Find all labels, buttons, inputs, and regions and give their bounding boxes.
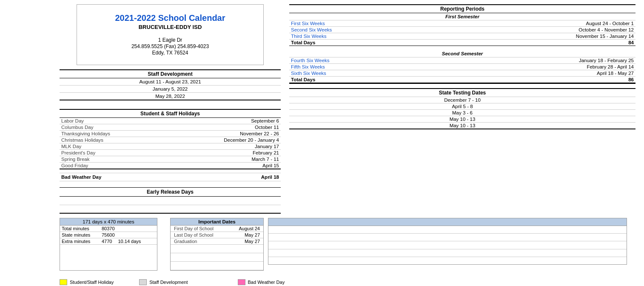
holiday-name-thanksgiving: Thanksgiving Holidays — [61, 131, 110, 136]
school-name: BRUCEVILLE-EDDY ISD — [94, 24, 246, 30]
holiday-name-columbus-day: Columbus Day — [61, 125, 93, 130]
holiday-row-good-friday: Good Friday April 15 — [60, 163, 281, 169]
sixth-six-weeks-dates: April 18 - May 27 — [597, 71, 634, 76]
holiday-row-labor-day: Labor Day September 6 — [60, 118, 281, 124]
state-test-date3: May 3 - 6 — [289, 110, 635, 116]
graduation-date: May 27 — [245, 239, 260, 244]
bottom-right-placeholder — [268, 218, 627, 271]
first-semester-total-value: 84 — [628, 40, 634, 45]
imp-date-row-graduation: Graduation May 27 — [171, 238, 263, 245]
state-testing-title: State Testing Dates — [289, 89, 635, 97]
legend-box-student-holiday — [60, 279, 67, 285]
holiday-name-mlk: MLK Day — [61, 144, 81, 149]
second-semester-total-row: Total Days 86 — [289, 77, 635, 83]
holiday-row-presidents: President's Day February 21 — [60, 150, 281, 156]
reporting-periods-section: Reporting Periods First Semester First S… — [289, 4, 635, 84]
second-six-weeks-dates: October 4 - November 12 — [578, 27, 634, 32]
legend-group-2: Staff Development Reporting Period Begin… — [139, 279, 212, 286]
fourth-six-weeks-row: Fourth Six Weeks January 18 - February 2… — [289, 57, 635, 64]
legend-label-student-holiday: Student/Staff Holiday — [70, 280, 114, 285]
holiday-date-thanksgiving: November 22 - 26 — [240, 131, 279, 136]
imp-date-row-first: First Day of School August 24 — [171, 226, 263, 232]
important-dates-table: Important Dates First Day of School Augu… — [170, 218, 264, 271]
holiday-date-christmas: December 20 - January 4 — [224, 137, 279, 143]
bad-weather-date: April 18 — [261, 174, 279, 180]
first-six-weeks-dates: August 24 - October 1 — [586, 21, 634, 26]
address-line3: Eddy, TX 76524 — [94, 50, 246, 56]
legend-student-holiday: Student/Staff Holiday — [60, 279, 114, 285]
reporting-periods-title: Reporting Periods — [289, 5, 635, 13]
holiday-date-labor-day: September 6 — [251, 118, 279, 123]
legend-box-staff-dev — [139, 279, 147, 285]
state-test-date5: May 10 - 13 — [289, 123, 635, 129]
last-school-date: May 27 — [245, 232, 260, 237]
early-release-title: Early Release Days — [60, 187, 281, 197]
legend-group-1: Student/Staff Holiday Early Release — [60, 279, 114, 286]
minutes-section: 171 days x 470 minutes Total minutes 803… — [60, 218, 157, 271]
page-title: 2021-2022 School Calendar — [94, 13, 246, 23]
address-line2: 254.859.5525 (Fax) 254.859-4023 — [94, 43, 246, 49]
page: 2021-2022 School Calendar BRUCEVILLE-EDD… — [0, 0, 644, 286]
second-six-weeks-label: Second Six Weeks — [291, 27, 332, 32]
staff-dev-title: Staff Development — [60, 69, 281, 78]
holiday-name-labor-day: Labor Day — [61, 118, 84, 123]
minutes-header: 171 days x 470 minutes — [60, 218, 157, 226]
first-six-weeks-label: First Six Weeks — [291, 21, 325, 26]
staff-development-section: Staff Development August 11 - August 23,… — [60, 69, 281, 100]
holiday-row-christmas: Christmas Holidays December 20 - January… — [60, 137, 281, 143]
state-testing-section: State Testing Dates December 7 - 10 Apri… — [289, 88, 635, 129]
minutes-row-state: State minutes 75600 — [60, 232, 157, 238]
legend-label-bad-weather: Bad Weather Day — [248, 280, 285, 285]
minutes-row-total: Total minutes 80370 — [60, 226, 157, 232]
legend-staff-dev: Staff Development — [139, 279, 212, 285]
first-semester-total-label: Total Days — [291, 40, 315, 45]
second-semester-header: Second Semester — [289, 50, 635, 57]
holiday-row-columbus-day: Columbus Day October 11 — [60, 124, 281, 131]
first-school-date: August 24 — [239, 226, 260, 231]
total-minutes-label: Total minutes — [62, 226, 100, 231]
fourth-six-weeks-label: Fourth Six Weeks — [291, 58, 330, 63]
legend-section: Student/Staff Holiday Early Release Staf… — [60, 279, 635, 286]
holiday-row-thanksgiving: Thanksgiving Holidays November 22 - 26 — [60, 131, 281, 137]
staff-dev-date3: May 28, 2022 — [60, 93, 281, 100]
fourth-six-weeks-dates: January 18 - February 25 — [579, 58, 634, 63]
holiday-date-mlk: January 17 — [255, 144, 279, 149]
staff-dev-date2: January 5, 2022 — [60, 86, 281, 93]
address-block: 1 Eagle Dr 254.859.5525 (Fax) 254.859-40… — [94, 37, 246, 56]
fifth-six-weeks-row: Fifth Six Weeks February 28 - April 14 — [289, 64, 635, 70]
second-semester-total-label: Total Days — [291, 77, 315, 82]
minutes-row-extra: Extra minutes 4770 10.14 days — [60, 238, 157, 245]
state-minutes-label: State minutes — [62, 232, 100, 237]
second-semester-total-value: 86 — [628, 77, 634, 82]
imp-date-row-last: Last Day of School May 27 — [171, 232, 263, 238]
legend-box-bad-weather — [238, 279, 245, 285]
second-six-weeks-row: Second Six Weeks October 4 - November 12 — [289, 27, 635, 33]
third-six-weeks-label: Third Six Weeks — [291, 34, 327, 39]
state-test-date1: December 7 - 10 — [289, 97, 635, 103]
third-six-weeks-dates: November 15 - January 14 — [576, 34, 634, 39]
holidays-section: Student & Staff Holidays Labor Day Septe… — [60, 109, 281, 169]
first-semester-header: First Semester — [289, 13, 635, 20]
graduation-label: Graduation — [174, 239, 197, 244]
holiday-date-good-friday: April 15 — [262, 163, 279, 168]
holiday-name-christmas: Christmas Holidays — [61, 137, 103, 143]
important-dates-title: Important Dates — [171, 218, 263, 226]
legend-label-staff-dev: Staff Development — [149, 280, 188, 285]
holiday-date-presidents: February 21 — [253, 150, 279, 155]
bottom-section: 171 days x 470 minutes Total minutes 803… — [60, 218, 627, 271]
holiday-name-spring: Spring Break — [61, 157, 89, 162]
holiday-row-spring: Spring Break March 7 - 11 — [60, 156, 281, 163]
holiday-name-good-friday: Good Friday — [61, 163, 88, 168]
sixth-six-weeks-label: Sixth Six Weeks — [291, 71, 326, 76]
first-six-weeks-row: First Six Weeks August 24 - October 1 — [289, 20, 635, 27]
state-minutes-value: 75600 — [102, 232, 115, 237]
first-school-label: First Day of School — [174, 226, 214, 231]
sixth-six-weeks-row: Sixth Six Weeks April 18 - May 27 — [289, 70, 635, 77]
fifth-six-weeks-dates: February 28 - April 14 — [587, 64, 634, 69]
third-six-weeks-row: Third Six Weeks November 15 - January 14 — [289, 33, 635, 40]
state-test-date4: May 10 - 13 — [289, 116, 635, 123]
main-layout: 2021-2022 School Calendar BRUCEVILLE-EDD… — [9, 4, 635, 214]
holidays-title: Student & Staff Holidays — [60, 109, 281, 118]
legend-group-3: Bad Weather Day State Testing Days — [238, 279, 287, 286]
holiday-name-presidents: President's Day — [61, 150, 95, 155]
